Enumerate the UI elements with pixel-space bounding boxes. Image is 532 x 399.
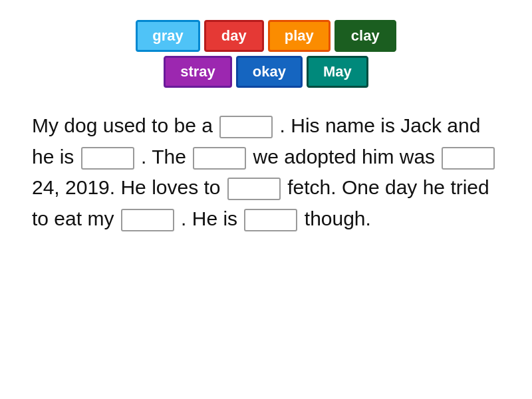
story-text-7: . He is: [181, 207, 237, 229]
chip-clay[interactable]: clay: [334, 20, 396, 52]
story-text-1: My dog used to be a: [32, 114, 213, 136]
blank-5[interactable]: [227, 178, 281, 200]
blank-6[interactable]: [121, 209, 174, 231]
story-text-8: though.: [305, 207, 371, 229]
blank-4[interactable]: [442, 147, 495, 170]
word-bank-row-1: gray day play clay: [136, 20, 396, 52]
word-bank-row-2: stray okay May: [164, 56, 368, 88]
chip-may[interactable]: May: [307, 56, 368, 88]
story-text-3: . The: [141, 146, 186, 168]
chip-day[interactable]: day: [204, 20, 264, 52]
blank-3[interactable]: [193, 147, 246, 170]
story-area: My dog used to be a . His name is Jack a…: [0, 110, 532, 234]
chip-play[interactable]: play: [268, 20, 331, 52]
chip-stray[interactable]: stray: [164, 56, 232, 88]
chip-okay[interactable]: okay: [236, 56, 303, 88]
story-text-4: we adopted him was: [253, 146, 436, 168]
blank-1[interactable]: [219, 116, 273, 138]
word-bank: gray day play clay stray okay May: [100, 20, 432, 92]
chip-gray[interactable]: gray: [136, 20, 200, 52]
blank-2[interactable]: [81, 147, 134, 170]
blank-7[interactable]: [244, 209, 297, 231]
story-text-5: 24, 2019. He loves to: [32, 176, 221, 198]
